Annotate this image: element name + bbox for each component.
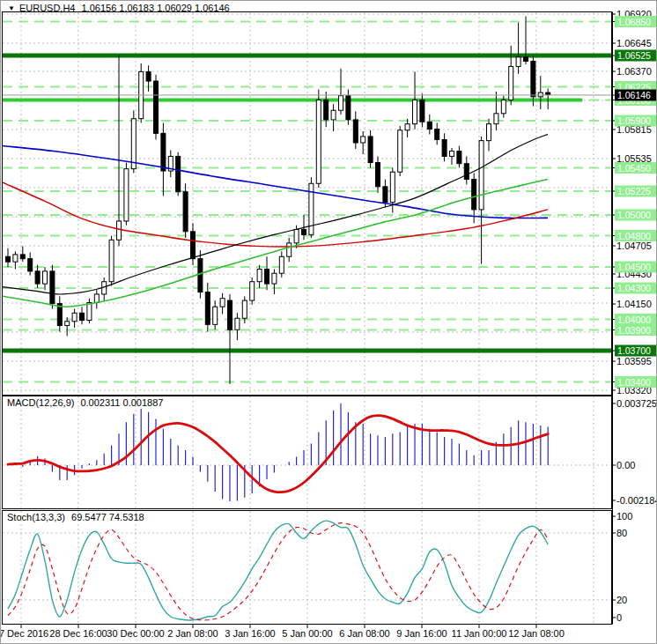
candle-body: [191, 232, 196, 259]
candle-body: [546, 93, 550, 94]
candle-body: [487, 124, 491, 141]
candle-body: [450, 152, 454, 157]
candle-body: [339, 96, 343, 111]
candle-body: [87, 302, 92, 320]
chart-window: 1.069201.066451.063701.058151.055351.047…: [0, 0, 657, 644]
time-axis-label: 12 Jan 08:00: [508, 628, 565, 639]
candle-body: [464, 164, 469, 180]
symbol-period-label: EURUSD,H4: [19, 3, 76, 13]
candle-body: [6, 256, 11, 262]
price-badge-label: 1.06146: [617, 90, 651, 100]
macd-axis-label: -0.002184: [616, 495, 657, 506]
candle-body: [213, 307, 218, 324]
candle-body: [405, 124, 410, 130]
candle-body: [161, 133, 166, 171]
candle-body: [324, 100, 328, 120]
candle-body: [494, 114, 498, 124]
ohlc-values: 1.06156 1.06183 1.06029 1.06146: [82, 3, 230, 13]
stoch-axis-label: 80: [616, 528, 627, 538]
candle-body: [279, 256, 284, 273]
symbol-dropdown-icon[interactable]: ▼: [8, 4, 15, 12]
candle-body: [353, 120, 358, 143]
candle-body: [35, 271, 40, 284]
price-axis-label: 1.04705: [616, 241, 652, 251]
price-badge-label: 1.05450: [617, 163, 651, 174]
time-axis-label: 3 Jan 16:00: [225, 628, 276, 639]
stoch-axis-label: 100: [616, 511, 632, 522]
candle-body: [302, 229, 306, 234]
candle-body: [176, 156, 181, 191]
stoch-axis-label: 0: [616, 612, 622, 623]
stoch-panel-header: Stoch(13,3,3)69.5477 74.5318: [7, 512, 144, 522]
candle-body: [94, 294, 99, 302]
candle-body: [124, 169, 129, 221]
candle-body: [72, 313, 77, 321]
candle-body: [501, 100, 506, 113]
candle-body: [183, 192, 188, 232]
candle-body: [383, 187, 388, 203]
price-badge-label: 1.03700: [617, 345, 651, 356]
candle-body: [420, 100, 424, 122]
macd-panel-header: MACD(12,26,9)0.002311 0.001887: [7, 397, 163, 408]
candle-body: [257, 269, 262, 281]
candle-body: [154, 81, 159, 133]
candle-body: [472, 180, 476, 210]
macd-values: 0.002311 0.001887: [80, 397, 163, 408]
candle-body: [516, 57, 520, 67]
price-badge-label: 1.03900: [617, 325, 651, 336]
candle-body: [131, 119, 136, 169]
price-badge-label: 1.05225: [617, 186, 651, 196]
price-badge-label: 1.06850: [617, 17, 651, 27]
price-badge-label: 1.04300: [617, 283, 651, 293]
price-badge-label: 1.04000: [617, 315, 651, 325]
candle-body: [390, 172, 395, 202]
macd-axis-label: 0.00: [616, 460, 635, 470]
candle-body: [435, 130, 439, 140]
stoch-label: Stoch(13,3,3): [7, 512, 65, 522]
candle-body: [368, 137, 373, 163]
time-axis-label: 27 Dec 2016: [1, 628, 48, 639]
chart-background: [1, 1, 657, 644]
time-axis-label: 5 Jan 00:00: [282, 628, 333, 639]
candle-body: [205, 292, 210, 325]
candle-body: [457, 152, 461, 164]
price-badge-label: 1.04800: [617, 231, 651, 241]
price-badge-label: 1.05000: [617, 210, 651, 220]
candle-body: [198, 259, 203, 292]
candle-body: [13, 255, 18, 262]
price-axis-label: 1.04150: [616, 299, 652, 309]
candle-body: [346, 96, 351, 120]
candle-body: [146, 71, 151, 81]
price-chart-svg[interactable]: 1.069201.066451.063701.058151.055351.047…: [1, 1, 657, 644]
stoch-axis-label: 20: [616, 595, 627, 605]
time-axis-label: 30 Dec 00:00: [107, 628, 164, 639]
price-axis-label: 1.03595: [616, 356, 652, 366]
time-axis-label: 28 Dec 16:00: [49, 628, 107, 639]
chart-header: ▼EURUSD,H41.06156 1.06183 1.06029 1.0614…: [8, 3, 230, 13]
time-axis-label: 6 Jan 08:00: [339, 628, 390, 639]
candle-body: [250, 282, 255, 300]
price-badge-label: 1.04500: [617, 262, 651, 272]
candle-body: [65, 322, 70, 326]
candle-body: [442, 139, 447, 156]
macd-label: MACD(12,26,9): [7, 397, 74, 408]
candle-body: [50, 271, 55, 304]
candle-body: [531, 62, 535, 97]
candle-body: [242, 300, 247, 318]
candle-body: [427, 122, 432, 129]
candle-body: [361, 137, 365, 143]
candle-body: [265, 269, 269, 284]
candle-body: [28, 259, 33, 271]
price-axis-label: 1.06370: [616, 66, 652, 77]
time-axis-label: 9 Jan 16:00: [396, 628, 447, 639]
candle-body: [294, 229, 299, 242]
candle-body: [413, 100, 417, 123]
price-axis-label: 1.06645: [616, 38, 652, 48]
time-axis-label: 11 Jan 00:00: [452, 628, 507, 639]
macd-axis-label: 0.003725: [616, 398, 657, 409]
candle-body: [316, 100, 321, 183]
candle-body: [43, 271, 48, 284]
candle-body: [331, 110, 336, 120]
candle-body: [287, 243, 292, 256]
candle-body: [398, 130, 402, 172]
